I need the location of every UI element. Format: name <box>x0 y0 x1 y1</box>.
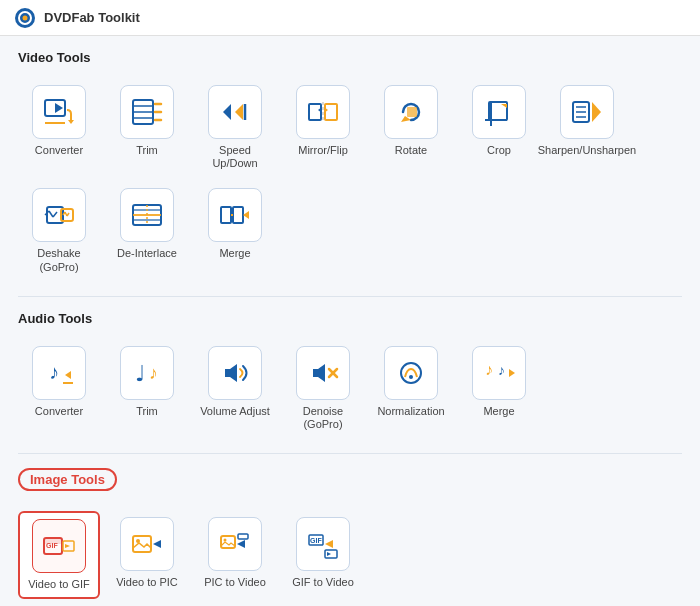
tool-trim-icon-box <box>120 85 174 139</box>
svg-marker-30 <box>592 102 601 122</box>
svg-rect-73 <box>238 534 248 539</box>
svg-point-2 <box>23 15 28 20</box>
audio-tools-title: Audio Tools <box>18 311 682 330</box>
audio-tools-section: Audio Tools ♪ Converter <box>18 311 682 437</box>
tool-audio-converter[interactable]: ♪ Converter <box>18 340 100 437</box>
tool-gif-to-video-icon-box: GIF <box>296 517 350 571</box>
image-tools-section: Image Tools GIF Video to GIF <box>18 468 682 599</box>
divider-1 <box>18 296 682 297</box>
video-tools-section: Video Tools Converter <box>18 50 682 280</box>
svg-marker-61 <box>509 369 515 377</box>
tool-deinterlace-icon-box <box>120 188 174 242</box>
main-content: Video Tools Converter <box>0 36 700 606</box>
tool-converter-icon-box <box>32 85 86 139</box>
tool-sharpen[interactable]: Sharpen/Unsharpen <box>546 79 628 176</box>
svg-point-57 <box>401 363 421 383</box>
tool-normalization[interactable]: Normalization <box>370 340 452 437</box>
tool-audio-converter-icon-box: ♪ <box>32 346 86 400</box>
tool-denoise[interactable]: Denoise (GoPro) <box>282 340 364 437</box>
svg-text:♩: ♩ <box>135 361 145 386</box>
svg-point-71 <box>224 539 227 542</box>
tool-deshake[interactable]: Deshake (GoPro) <box>18 182 100 279</box>
tool-sharpen-icon-box <box>560 85 614 139</box>
tool-merge-video-icon-box <box>208 188 262 242</box>
tool-volume-icon-box <box>208 346 262 400</box>
app-header: DVDFab Toolkit <box>0 0 700 36</box>
svg-marker-53 <box>225 364 237 382</box>
tool-deinterlace-label: De-Interlace <box>117 247 177 260</box>
svg-marker-54 <box>313 364 325 382</box>
tool-normalization-icon-box <box>384 346 438 400</box>
tool-merge-audio[interactable]: ♪ ♪ Merge <box>458 340 540 437</box>
svg-text:GIF: GIF <box>46 542 58 549</box>
tool-video-to-gif[interactable]: GIF Video to GIF <box>18 511 100 599</box>
app-logo-icon <box>14 7 36 29</box>
tool-video-to-pic[interactable]: Video to PIC <box>106 511 188 599</box>
svg-line-38 <box>67 213 69 216</box>
svg-text:♪: ♪ <box>498 362 505 378</box>
audio-tools-grid: ♪ Converter ♩ ♪ Trim <box>18 340 682 437</box>
tool-converter[interactable]: Converter <box>18 79 100 176</box>
tool-volume-label: Volume Adjust <box>200 405 270 418</box>
svg-marker-76 <box>325 540 333 548</box>
app-container: DVDFab Toolkit Video Tools <box>0 0 700 606</box>
svg-line-33 <box>49 211 53 217</box>
tool-trim-label: Trim <box>136 144 158 157</box>
tool-trim[interactable]: Trim <box>106 79 188 176</box>
tool-deinterlace[interactable]: De-Interlace <box>106 182 188 279</box>
tool-merge-video-label: Merge <box>219 247 250 260</box>
svg-marker-4 <box>55 103 63 113</box>
tool-crop-icon-box <box>472 85 526 139</box>
video-tools-grid: Converter <box>18 79 682 280</box>
svg-marker-72 <box>237 540 245 548</box>
svg-rect-45 <box>233 207 243 223</box>
svg-marker-5 <box>68 120 74 124</box>
svg-rect-67 <box>133 536 151 552</box>
tool-mirror[interactable]: Mirror/Flip <box>282 79 364 176</box>
tool-audio-trim[interactable]: ♩ ♪ Trim <box>106 340 188 437</box>
tool-denoise-label: Denoise (GoPro) <box>286 405 360 431</box>
tool-speed[interactable]: Speed Up/Down <box>194 79 276 176</box>
tool-mirror-icon-box <box>296 85 350 139</box>
tool-deshake-label: Deshake (GoPro) <box>22 247 96 273</box>
divider-2 <box>18 453 682 454</box>
svg-text:♪: ♪ <box>485 361 493 378</box>
image-tools-title: Image Tools <box>18 468 117 491</box>
tool-gif-to-video[interactable]: GIF GIF to Video <box>282 511 364 599</box>
svg-rect-70 <box>221 536 235 548</box>
tool-normalization-label: Normalization <box>377 405 444 418</box>
svg-rect-21 <box>407 107 417 117</box>
tool-rotate[interactable]: Rotate <box>370 79 452 176</box>
svg-point-58 <box>409 375 413 379</box>
tool-denoise-icon-box <box>296 346 350 400</box>
svg-marker-49 <box>65 371 71 379</box>
video-tools-title: Video Tools <box>18 50 682 69</box>
tool-volume[interactable]: Volume Adjust <box>194 340 276 437</box>
svg-marker-66 <box>65 544 70 548</box>
tool-rotate-label: Rotate <box>395 144 427 157</box>
tool-gif-to-video-label: GIF to Video <box>292 576 354 589</box>
svg-marker-69 <box>153 540 161 548</box>
svg-line-34 <box>53 212 57 217</box>
tool-pic-to-video[interactable]: PIC to Video <box>194 511 276 599</box>
tool-audio-trim-label: Trim <box>136 405 158 418</box>
tool-speed-label: Speed Up/Down <box>198 144 272 170</box>
tool-pic-to-video-icon-box <box>208 517 262 571</box>
svg-marker-78 <box>327 552 331 556</box>
tool-crop[interactable]: Crop <box>458 79 540 176</box>
tool-audio-trim-icon-box: ♩ ♪ <box>120 346 174 400</box>
svg-text:GIF: GIF <box>310 537 322 544</box>
svg-rect-44 <box>221 207 231 223</box>
svg-rect-15 <box>309 104 321 120</box>
tool-video-to-gif-label: Video to GIF <box>28 578 90 591</box>
tool-mirror-label: Mirror/Flip <box>298 144 348 157</box>
tool-merge-video[interactable]: Merge <box>194 182 276 279</box>
svg-marker-23 <box>501 104 507 108</box>
tool-merge-audio-icon-box: ♪ ♪ <box>472 346 526 400</box>
tool-deshake-icon-box <box>32 188 86 242</box>
tool-video-to-pic-label: Video to PIC <box>116 576 178 589</box>
tool-audio-converter-label: Converter <box>35 405 83 418</box>
tool-sharpen-label: Sharpen/Unsharpen <box>538 144 636 157</box>
tool-speed-icon-box <box>208 85 262 139</box>
image-tools-grid: GIF Video to GIF <box>18 511 682 599</box>
